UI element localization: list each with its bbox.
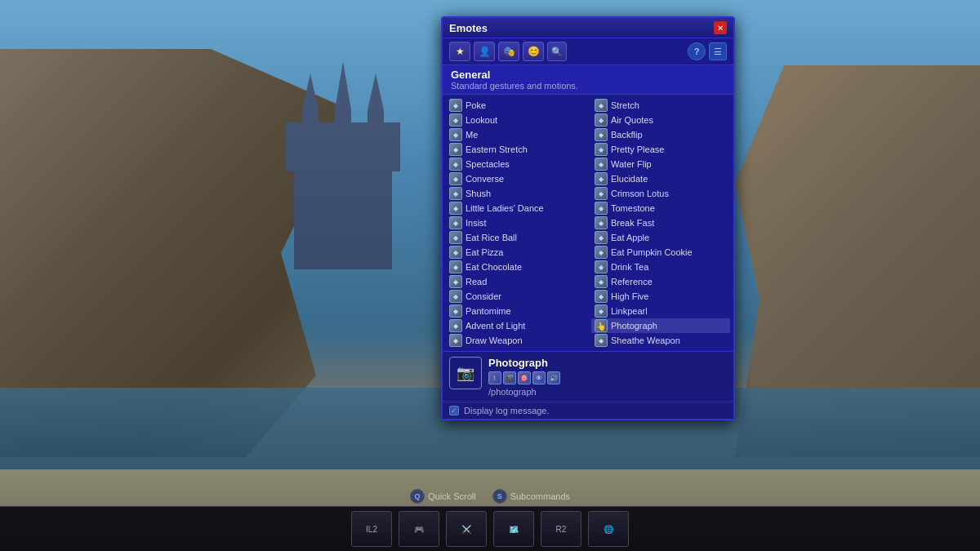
- emote-item-right-10[interactable]: ◆Eat Pumpkin Cookie: [591, 245, 730, 260]
- emote-item-right-8[interactable]: ◆Break Fast: [591, 216, 730, 230]
- emote-name-left-8: Insist: [466, 218, 487, 228]
- emote-name-left-16: Draw Weapon: [466, 335, 523, 345]
- settings-button[interactable]: ☰: [709, 42, 727, 60]
- emote-item-right-3[interactable]: ◆Pretty Please: [591, 142, 730, 157]
- hotkey-subcommands: S Subcommands: [492, 489, 570, 504]
- emote-name-right-14: Linkpearl: [611, 306, 648, 316]
- emote-icon-right-8: ◆: [595, 216, 608, 229]
- emote-item-left-14[interactable]: ◆Pantomime: [446, 304, 585, 318]
- emote-name-left-11: Eat Chocolate: [466, 262, 522, 272]
- emote-item-right-16[interactable]: ◆Sheathe Weapon: [591, 333, 730, 348]
- emote-info-icons: 🚶 🎬 🎯 👁 🔊: [488, 371, 727, 384]
- emote-icon-right-2: ◆: [595, 128, 608, 141]
- emote-item-right-14[interactable]: ◆Linkpearl: [591, 304, 730, 318]
- emotes-list: ◆Poke◆Lookout◆Me◆Eastern Stretch◆Spectac…: [443, 95, 733, 351]
- emote-icon-left-15: ◆: [449, 319, 462, 332]
- help-button[interactable]: ?: [688, 42, 706, 60]
- emote-item-right-11[interactable]: ◆Drink Tea: [591, 260, 730, 274]
- taskbar-item-4[interactable]: 🗺️: [493, 511, 534, 547]
- emote-name-right-7: Tomestone: [611, 203, 655, 213]
- emote-name-left-10: Eat Pizza: [466, 247, 503, 257]
- emote-name-right-1: Air Quotes: [611, 115, 653, 125]
- emote-item-left-12[interactable]: ◆Read: [446, 274, 585, 289]
- emote-item-right-7[interactable]: ◆Tomestone: [591, 201, 730, 216]
- emote-icon-left-6: ◆: [449, 187, 462, 200]
- emote-info-name: Photograph: [488, 357, 727, 369]
- emote-name-right-2: Backflip: [611, 130, 643, 140]
- toolbar-expressions-btn[interactable]: 😊: [523, 42, 544, 61]
- toolbar-emotes-btn[interactable]: 🎭: [498, 42, 519, 61]
- taskbar-item-3[interactable]: ⚔️: [446, 511, 487, 547]
- emote-item-left-10[interactable]: ◆Eat Pizza: [446, 245, 585, 260]
- emote-name-left-14: Pantomime: [466, 306, 511, 316]
- emote-item-left-2[interactable]: ◆Me: [446, 127, 585, 142]
- emote-icon-right-10: ◆: [595, 246, 608, 259]
- emote-name-left-13: Consider: [466, 291, 501, 301]
- toolbar-character-btn[interactable]: 👤: [474, 42, 495, 61]
- emote-item-left-7[interactable]: ◆Little Ladies' Dance: [446, 201, 585, 216]
- emote-name-right-8: Break Fast: [611, 218, 654, 228]
- emote-icon-left-2: ◆: [449, 128, 462, 141]
- emote-item-left-3[interactable]: ◆Eastern Stretch: [446, 142, 585, 157]
- toolbar-search-btn[interactable]: 🔍: [547, 42, 567, 61]
- emote-name-right-16: Sheathe Weapon: [611, 335, 680, 345]
- emote-name-left-5: Converse: [466, 174, 504, 184]
- emote-name-right-6: Crimson Lotus: [611, 189, 669, 198]
- emote-icon-right-4: ◆: [595, 158, 608, 171]
- emote-icon-right-0: ◆: [595, 99, 608, 112]
- emote-item-right-12[interactable]: ◆Reference: [591, 274, 730, 289]
- emote-mode-icon-4[interactable]: 👁: [532, 371, 546, 384]
- emote-item-right-9[interactable]: ◆Eat Apple: [591, 230, 730, 245]
- taskbar-item-r2[interactable]: R2: [541, 511, 581, 547]
- emote-mode-icon-1[interactable]: 🚶: [488, 371, 501, 384]
- emote-mode-icon-3[interactable]: 🎯: [518, 371, 531, 384]
- emote-item-right-13[interactable]: ◆High Five: [591, 289, 730, 304]
- display-log-checkbox[interactable]: ✓: [449, 406, 459, 415]
- subcommands-label: Subcommands: [510, 491, 570, 501]
- emote-item-left-13[interactable]: ◆Consider: [446, 289, 585, 304]
- hotkeys-bar: Q Quick Scroll S Subcommands: [410, 489, 570, 504]
- emote-item-left-5[interactable]: ◆Converse: [446, 171, 585, 186]
- emote-item-right-15[interactable]: 👆Photograph: [591, 318, 730, 333]
- toolbar-favorites-btn[interactable]: ★: [449, 42, 470, 61]
- emote-item-left-0[interactable]: ◆Poke: [446, 98, 585, 113]
- emote-icon-left-10: ◆: [449, 246, 462, 259]
- emote-item-right-0[interactable]: ◆Stretch: [591, 98, 730, 113]
- close-button[interactable]: ✕: [714, 21, 727, 34]
- hotkey-quick-scroll: Q Quick Scroll: [410, 489, 476, 504]
- emote-item-left-9[interactable]: ◆Eat Rice Ball: [446, 230, 585, 245]
- emote-icon-right-14: ◆: [595, 304, 608, 318]
- emote-item-left-1[interactable]: ◆Lookout: [446, 113, 585, 127]
- taskbar-item-2[interactable]: 🎮: [399, 511, 439, 547]
- emote-name-left-1: Lookout: [466, 115, 497, 125]
- emote-item-left-16[interactable]: ◆Draw Weapon: [446, 333, 585, 348]
- emote-item-right-2[interactable]: ◆Backflip: [591, 127, 730, 142]
- emotes-window: Emotes ✕ ★ 👤 🎭 😊 🔍 ? ☰ General Standard …: [441, 16, 735, 420]
- emote-item-right-5[interactable]: ◆Elucidate: [591, 171, 730, 186]
- emote-icon-left-12: ◆: [449, 275, 462, 288]
- emote-icon-left-1: ◆: [449, 113, 462, 127]
- emote-mode-icon-2[interactable]: 🎬: [503, 371, 516, 384]
- emote-name-left-4: Spectacles: [466, 159, 510, 169]
- emote-icon-left-16: ◆: [449, 334, 462, 347]
- emote-item-right-6[interactable]: ◆Crimson Lotus: [591, 186, 730, 201]
- emote-item-right-1[interactable]: ◆Air Quotes: [591, 113, 730, 127]
- emote-item-right-4[interactable]: ◆Water Flip: [591, 157, 730, 171]
- emote-mode-icon-5[interactable]: 🔊: [547, 371, 560, 384]
- emote-icon-left-8: ◆: [449, 216, 462, 229]
- emotes-col-right: ◆Stretch◆Air Quotes◆Backflip◆Pretty Plea…: [588, 98, 733, 348]
- emote-item-left-4[interactable]: ◆Spectacles: [446, 157, 585, 171]
- emote-command: /photograph: [488, 387, 727, 397]
- emote-name-right-13: High Five: [611, 291, 648, 301]
- emote-name-right-0: Stretch: [611, 100, 639, 110]
- emote-item-left-15[interactable]: ◆Advent of Light: [446, 318, 585, 333]
- taskbar-item-6[interactable]: 🌐: [588, 511, 629, 547]
- emote-name-left-12: Read: [466, 277, 487, 287]
- emote-item-left-8[interactable]: ◆Insist: [446, 216, 585, 230]
- emote-item-left-11[interactable]: ◆Eat Chocolate: [446, 260, 585, 274]
- emote-icon-left-3: ◆: [449, 143, 462, 156]
- emote-name-right-3: Pretty Please: [611, 144, 664, 154]
- emote-info-text: Photograph 🚶 🎬 🎯 👁 🔊 /photograph: [488, 357, 727, 397]
- taskbar-item-1[interactable]: IL2: [351, 511, 392, 547]
- emote-item-left-6[interactable]: ◆Shush: [446, 186, 585, 201]
